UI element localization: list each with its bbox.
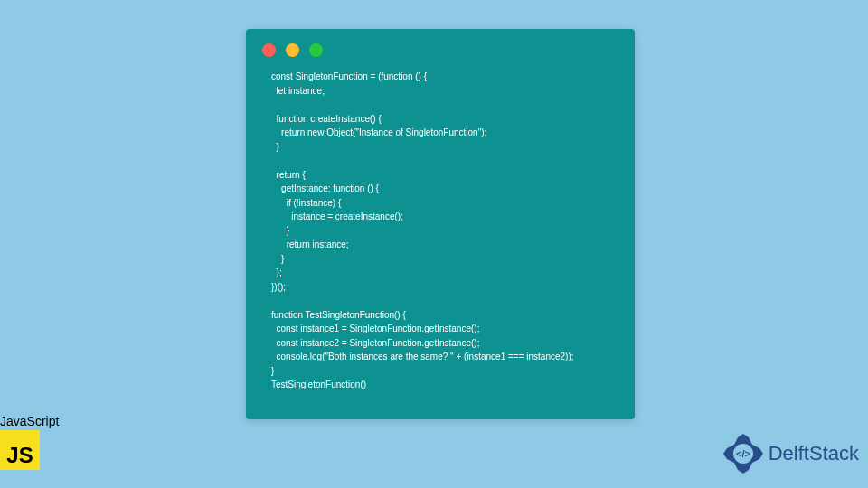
code-content: const SingletonFunction = (function () {…: [246, 66, 635, 408]
javascript-label: JavaScript: [0, 414, 59, 428]
code-window: const SingletonFunction = (function () {…: [246, 29, 635, 419]
svg-text:</>: </>: [736, 448, 750, 459]
javascript-logo-icon: JS: [0, 430, 40, 470]
window-controls: [246, 29, 635, 66]
minimize-icon: [286, 43, 299, 57]
javascript-badge: JavaScript JS: [0, 414, 59, 470]
maximize-icon: [309, 43, 323, 57]
delftstack-logo-icon: </>: [722, 432, 765, 475]
delftstack-name: DelftStack: [769, 442, 859, 465]
close-icon: [262, 43, 276, 57]
delftstack-brand: </> DelftStack: [722, 432, 859, 475]
javascript-logo-text: JS: [6, 443, 33, 468]
